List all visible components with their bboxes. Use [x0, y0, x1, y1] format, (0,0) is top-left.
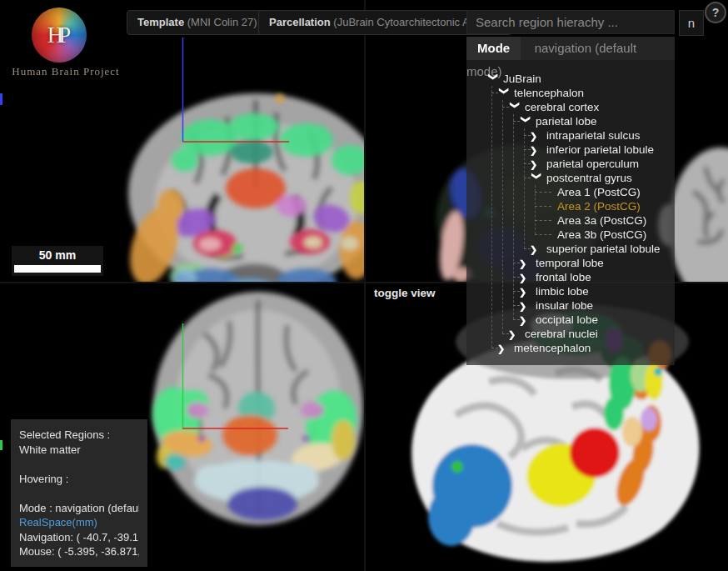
- tree-connector: [502, 333, 509, 334]
- parcellation-dropdown-label: Parcellation: [269, 16, 331, 28]
- n-button[interactable]: n: [679, 10, 704, 36]
- tree-connector: [535, 206, 551, 207]
- tree-item-label: Area 3a (PostCG): [554, 214, 646, 227]
- tree-item-label: Area 1 (PostCG): [554, 186, 641, 198]
- tree-connector: [524, 135, 531, 136]
- tree-item-label: Area 3b (PostCG): [554, 228, 646, 241]
- tree-item-label: superior parietal lobule: [543, 243, 661, 255]
- scale-bar-label: 50 mm: [12, 248, 103, 262]
- chevron-down-icon[interactable]: ❯: [497, 88, 511, 101]
- hbp-logo-icon: HP: [32, 8, 87, 63]
- tree-connector: [524, 149, 531, 150]
- chevron-right-icon[interactable]: ❯: [519, 313, 532, 328]
- tree-item-jubrain[interactable]: ❯JuBrain: [486, 72, 675, 86]
- template-dropdown-value: (MNI Colin 27): [187, 16, 257, 28]
- chevron-right-icon[interactable]: ❯: [519, 257, 532, 271]
- tree-item-label: inferior parietal lobule: [543, 143, 654, 156]
- tree-connector: [513, 263, 520, 263]
- realspace-link[interactable]: RealSpace(mm): [19, 516, 97, 528]
- tree-item-label: insular lobe: [532, 299, 593, 312]
- tree-item-parietal-operculum[interactable]: ❯parietal operculum: [530, 157, 675, 171]
- region-search: [466, 10, 675, 34]
- hbp-logo[interactable]: HP Human Brain Project: [8, 5, 121, 80]
- template-dropdown-label: Template: [137, 16, 184, 28]
- tree-item-label: JuBrain: [500, 73, 541, 85]
- tree-item-label: cerebral cortex: [521, 101, 599, 113]
- chevron-right-icon[interactable]: ❯: [530, 243, 543, 257]
- hbp-monogram: HP: [47, 23, 72, 48]
- tree-item-inferior-parietal-lobule[interactable]: ❯inferior parietal lobule: [530, 143, 675, 157]
- tree-connector: [524, 248, 531, 249]
- mode-status-line: Mode : navigation (default mode): [19, 501, 139, 516]
- tree-item-label: intraparietal sulcus: [543, 129, 641, 142]
- template-dropdown[interactable]: Template (MNI Colin 27) ▾: [127, 10, 280, 35]
- tree-item-label: cerebral nuclei: [521, 328, 598, 340]
- chevron-right-icon[interactable]: ❯: [519, 285, 532, 299]
- tree-item-intraparietal-sulcus[interactable]: ❯intraparietal sulcus: [530, 128, 675, 143]
- hbp-logo-title: Human Brain Project: [10, 65, 122, 78]
- tree-item-superior-parietal-lobule[interactable]: ❯superior parietal lobule: [530, 242, 675, 256]
- scale-bar: 50 mm: [12, 246, 103, 276]
- chevron-down-icon[interactable]: ❯: [486, 73, 501, 87]
- chevron-right-icon[interactable]: ❯: [530, 143, 543, 158]
- tree-connector: [513, 319, 520, 320]
- scale-bar-line: [14, 265, 101, 273]
- tree-item-label: limbic lobe: [532, 285, 589, 298]
- tree-item-cerebral-nuclei[interactable]: ❯cerebral nuclei: [508, 327, 675, 341]
- tree-connector: [535, 192, 551, 193]
- tree-item-postcentral-gyrus[interactable]: ❯postcentral gyrus: [530, 171, 675, 185]
- tab-mode[interactable]: Mode: [466, 37, 521, 60]
- tree-item-telencephalon[interactable]: ❯telencephalon: [497, 86, 675, 100]
- mouse-coordinates: Mouse: ( -5.395, -36.871, 81.32: [19, 544, 139, 559]
- tree-item-frontal-lobe[interactable]: ❯frontal lobe: [519, 270, 675, 284]
- region-tree: ❯JuBrain❯telencephalon❯cerebral cortex❯p…: [486, 72, 675, 355]
- tree-item-label: frontal lobe: [532, 271, 591, 283]
- mode-bar: Mode navigation (default mode): [466, 37, 675, 60]
- region-search-input[interactable]: [466, 10, 675, 34]
- chevron-right-icon[interactable]: ❯: [497, 342, 511, 356]
- viewport-divider-vertical: [364, 0, 366, 571]
- tree-item-label: telencephalon: [511, 87, 584, 99]
- tree-item-area-3a-postcg[interactable]: Area 3a (PostCG): [541, 213, 675, 228]
- tree-item-label: occiptal lobe: [532, 313, 598, 326]
- chevron-down-icon[interactable]: ❯: [530, 173, 544, 186]
- selected-region-value: White matter: [19, 443, 139, 458]
- chevron-right-icon[interactable]: ❯: [530, 158, 543, 172]
- tree-item-label: Area 2 (PostCG): [554, 200, 641, 213]
- tree-item-label: parietal operculum: [543, 158, 639, 170]
- tree-connector: [535, 220, 551, 221]
- tree-connector: [491, 348, 498, 348]
- chevron-right-icon[interactable]: ❯: [508, 328, 521, 342]
- tree-item-parietal-lobe[interactable]: ❯parietal lobe: [519, 114, 675, 128]
- tree-item-insular-lobe[interactable]: ❯insular lobe: [519, 298, 675, 313]
- tree-item-temporal-lobe[interactable]: ❯temporal lobe: [519, 256, 675, 270]
- selected-regions-label: Selected Regions :: [19, 428, 139, 443]
- tree-item-label: metencephalon: [511, 342, 591, 354]
- tree-item-area-2-postcg[interactable]: Area 2 (PostCG): [541, 199, 675, 213]
- tree-item-area-1-postcg[interactable]: Area 1 (PostCG): [541, 185, 675, 199]
- chevron-right-icon[interactable]: ❯: [519, 299, 532, 313]
- navigation-coordinates: Navigation: ( -40.7, -39.1, 56.1: [19, 530, 139, 545]
- chevron-down-icon[interactable]: ❯: [508, 102, 522, 115]
- chevron-down-icon[interactable]: ❯: [519, 116, 533, 129]
- tree-item-occiptal-lobe[interactable]: ❯occiptal lobe: [519, 313, 675, 327]
- tree-item-area-3b-postcg[interactable]: Area 3b (PostCG): [541, 228, 675, 242]
- tree-item-metencephalon[interactable]: ❯metencephalon: [497, 341, 675, 355]
- hovering-label: Hovering :: [19, 472, 139, 487]
- status-panel: Selected Regions : White matter Hovering…: [11, 419, 147, 567]
- tree-item-label: postcentral gyrus: [543, 172, 632, 184]
- tree-connector: [513, 291, 520, 292]
- help-icon[interactable]: ?: [705, 2, 726, 23]
- chevron-right-icon[interactable]: ❯: [519, 271, 532, 285]
- tree-connector: [535, 234, 551, 235]
- tree-item-cerebral-cortex[interactable]: ❯cerebral cortex: [508, 100, 675, 114]
- region-hierarchy-panel: Mode navigation (default mode) ❯JuBrain❯…: [466, 37, 675, 365]
- tree-connector: [513, 305, 520, 306]
- chevron-right-icon[interactable]: ❯: [530, 129, 543, 143]
- tree-item-label: parietal lobe: [532, 115, 597, 128]
- toggle-view-button[interactable]: toggle view: [374, 287, 436, 299]
- tree-connector: [524, 163, 531, 164]
- tree-connector: [513, 277, 520, 278]
- tree-item-label: temporal lobe: [532, 257, 604, 269]
- tree-item-limbic-lobe[interactable]: ❯limbic lobe: [519, 284, 675, 298]
